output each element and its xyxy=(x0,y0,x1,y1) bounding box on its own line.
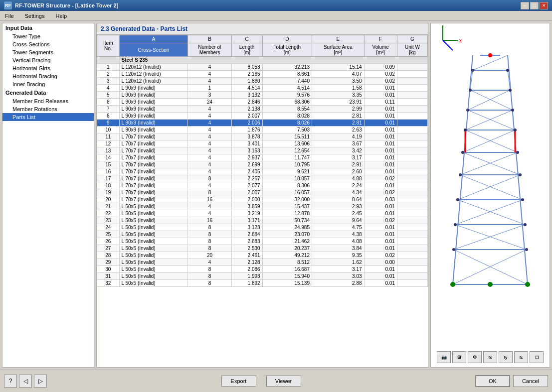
table-row[interactable]: 20 L 70x7 (Invalid) 16 2.000 32.000 8.64… xyxy=(97,196,428,203)
table-row[interactable]: 11 L 70x7 (Invalid) 4 3.878 15.511 4.19 … xyxy=(97,133,428,140)
table-row[interactable]: 18 L 70x7 (Invalid) 4 2.077 8.306 2.24 0… xyxy=(97,182,428,189)
cell-members: 4 xyxy=(188,161,231,168)
table-row[interactable]: 22 L 50x5 (Invalid) 4 3.219 12.878 2.45 … xyxy=(97,210,428,217)
table-row[interactable]: 30 L 50x5 (Invalid) 8 2.086 16.687 3.17 … xyxy=(97,266,428,273)
table-row[interactable]: 32 L 50x5 (Invalid) 8 1.892 15.139 2.88 … xyxy=(97,280,428,287)
cell-length: 2.884 xyxy=(231,231,262,238)
table-row[interactable]: 13 L 70x7 (Invalid) 4 3.163 12.654 3.42 … xyxy=(97,147,428,154)
cell-unit-w xyxy=(397,71,427,78)
tower-svg: x z xyxy=(433,25,548,294)
cell-length: 3.878 xyxy=(231,133,262,140)
fz-button[interactable]: fz xyxy=(514,351,528,363)
table-row[interactable]: 21 L 50x5 (Invalid) 4 3.859 15.437 2.93 … xyxy=(97,203,428,210)
cell-surface-area: 9.64 xyxy=(312,217,365,224)
camera-button[interactable]: 📷 xyxy=(437,351,451,363)
cell-unit-w xyxy=(397,224,427,231)
cell-item-no: 18 xyxy=(97,182,120,189)
cell-length: 2.683 xyxy=(231,238,262,245)
parts-table: ItemNo. A B C D E F G Cross-Section xyxy=(97,35,428,287)
back-button[interactable]: ◁ xyxy=(19,375,32,388)
col-subheader-a: Cross-Section xyxy=(119,43,188,57)
svg-line-24 xyxy=(465,110,513,130)
sidebar-item-member-rotations[interactable]: Member Rotations xyxy=(2,105,94,113)
cell-unit-w xyxy=(397,85,427,92)
table-row[interactable]: 1 L 120x12 (Invalid) 4 8.053 32.213 15.1… xyxy=(97,64,428,71)
table-row[interactable]: 8 L 90x9 (Invalid) 4 2.007 8.028 2.81 0.… xyxy=(97,113,428,120)
cell-length: 3.123 xyxy=(231,224,262,231)
table-row[interactable]: 24 L 50x5 (Invalid) 8 3.123 24.985 4.75 … xyxy=(97,224,428,231)
table-row[interactable]: 23 L 50x5 (Invalid) 16 3.171 50.734 9.64… xyxy=(97,217,428,224)
settings-button[interactable]: ⚙ xyxy=(468,351,482,363)
maximize-button[interactable]: □ xyxy=(530,2,539,9)
cell-members: 4 xyxy=(188,210,231,217)
sidebar: Input Data Tower Type Cross-Sections Tow… xyxy=(2,23,94,368)
sidebar-item-tower-segments[interactable]: Tower Segments xyxy=(2,48,94,56)
col-header-b: B xyxy=(188,35,231,43)
table-row[interactable]: 6 L 90x9 (Invalid) 24 2.846 68.306 23.91… xyxy=(97,99,428,106)
table-row[interactable]: 29 L 50x5 (Invalid) 4 2.128 8.512 1.62 0… xyxy=(97,259,428,266)
col-header-a: A xyxy=(119,35,188,43)
cell-item-no: 14 xyxy=(97,154,120,161)
cell-length: 2.165 xyxy=(231,71,262,78)
table-row[interactable]: 10 L 90x9 (Invalid) 4 1.876 7.503 2.63 0… xyxy=(97,127,428,133)
table-row[interactable]: 19 L 70x7 (Invalid) 8 2.007 16.057 4.34 … xyxy=(97,189,428,196)
close-button[interactable]: ✕ xyxy=(540,2,548,9)
table-row[interactable]: 12 L 70x7 (Invalid) 4 3.401 13.606 3.67 … xyxy=(97,140,428,147)
table-wrapper[interactable]: ItemNo. A B C D E F G Cross-Section xyxy=(97,35,428,367)
table-row[interactable]: 27 L 50x5 (Invalid) 8 2.530 20.237 3.84 … xyxy=(97,245,428,252)
table-row[interactable]: 17 L 70x7 (Invalid) 8 2.257 18.057 4.88 … xyxy=(97,175,428,182)
sidebar-item-horizontal-girts[interactable]: Horizontal Girts xyxy=(2,64,94,72)
cell-total-length: 8.554 xyxy=(262,106,312,113)
cell-unit-w xyxy=(397,266,427,273)
help-button[interactable]: ? xyxy=(4,375,17,388)
forward-button[interactable]: ▷ xyxy=(34,375,47,388)
table-row[interactable]: 31 L 50x5 (Invalid) 8 1.993 15.940 3.03 … xyxy=(97,273,428,280)
table-row[interactable]: 28 L 50x5 (Invalid) 20 2.461 49.212 9.35… xyxy=(97,252,428,259)
cell-surface-area: 4.88 xyxy=(312,175,365,182)
title-text: RF-TOWER Structure - [Lattice Tower 2] xyxy=(15,2,118,8)
sidebar-item-horizontal-bracing[interactable]: Horizontal Bracing xyxy=(2,72,94,80)
view-box-button[interactable]: ◻ xyxy=(530,351,544,363)
fx-button[interactable]: fx xyxy=(483,351,497,363)
svg-point-51 xyxy=(519,173,522,176)
sidebar-item-parts-list[interactable]: Parts List xyxy=(2,113,94,121)
menu-help[interactable]: Help xyxy=(52,12,70,20)
menu-file[interactable]: File xyxy=(2,12,17,20)
sidebar-item-member-end-releases[interactable]: Member End Releases xyxy=(2,97,94,105)
table-row[interactable]: 26 L 50x5 (Invalid) 8 2.683 21.462 4.08 … xyxy=(97,238,428,245)
sidebar-item-tower-type[interactable]: Tower Type xyxy=(2,32,94,40)
sidebar-item-inner-bracing[interactable]: Inner Bracing xyxy=(2,80,94,88)
cell-surface-area: 3.84 xyxy=(312,245,365,252)
menu-settings[interactable]: Settings xyxy=(22,12,48,20)
fy-button[interactable]: fy xyxy=(499,351,513,363)
table-row[interactable]: 7 L 90x9 (Invalid) 4 2.138 8.554 2.99 0.… xyxy=(97,106,428,113)
export-button[interactable]: Export xyxy=(221,376,256,387)
table-row[interactable]: 4 L 90x9 (Invalid) 1 4.514 4.514 1.58 0.… xyxy=(97,85,428,92)
sidebar-item-vertical-bracing[interactable]: Vertical Bracing xyxy=(2,56,94,64)
viewer-button[interactable]: Viewer xyxy=(266,376,301,387)
cell-surface-area: 3.17 xyxy=(312,266,365,273)
table-row[interactable]: 25 L 50x5 (Invalid) 8 2.884 23.070 4.38 … xyxy=(97,231,428,238)
cell-total-length: 21.462 xyxy=(262,238,312,245)
table-row[interactable]: 3 L 120x12 (Invalid) 4 1.860 7.440 3.50 … xyxy=(97,78,428,85)
col-subheader-e: Surface Area[m²] xyxy=(312,43,365,57)
cancel-button[interactable]: Cancel xyxy=(513,375,548,387)
table-row[interactable]: 5 L 90x9 (Invalid) 3 3.192 9.576 3.35 0.… xyxy=(97,92,428,99)
table-row[interactable]: 15 L 70x7 (Invalid) 4 2.699 10.795 2.91 … xyxy=(97,161,428,168)
svg-point-48 xyxy=(461,151,464,154)
cell-item-no: 9 xyxy=(97,120,120,127)
sidebar-item-cross-sections[interactable]: Cross-Sections xyxy=(2,40,94,48)
cell-surface-area: 2.81 xyxy=(312,113,365,120)
cell-item-no: 17 xyxy=(97,175,120,182)
cell-cross-section: L 50x5 (Invalid) xyxy=(119,259,188,266)
cell-surface-area: 3.50 xyxy=(312,78,365,85)
zoom-fit-button[interactable]: ⊞ xyxy=(452,351,466,363)
table-row[interactable]: 9 L 90x9 (Invalid) 4 2.006 8.026 2.81 0.… xyxy=(97,120,428,127)
table-row[interactable]: 16 L 70x7 (Invalid) 4 2.405 9.621 2.60 0… xyxy=(97,168,428,175)
minimize-button[interactable]: – xyxy=(521,2,529,9)
cell-item-no: 16 xyxy=(97,168,120,175)
table-row[interactable]: 14 L 70x7 (Invalid) 4 2.937 11.747 3.17 … xyxy=(97,154,428,161)
table-row[interactable]: 2 L 120x12 (Invalid) 4 2.165 8.661 4.07 … xyxy=(97,71,428,78)
cell-total-length: 8.512 xyxy=(262,259,312,266)
ok-button[interactable]: OK xyxy=(475,375,510,387)
